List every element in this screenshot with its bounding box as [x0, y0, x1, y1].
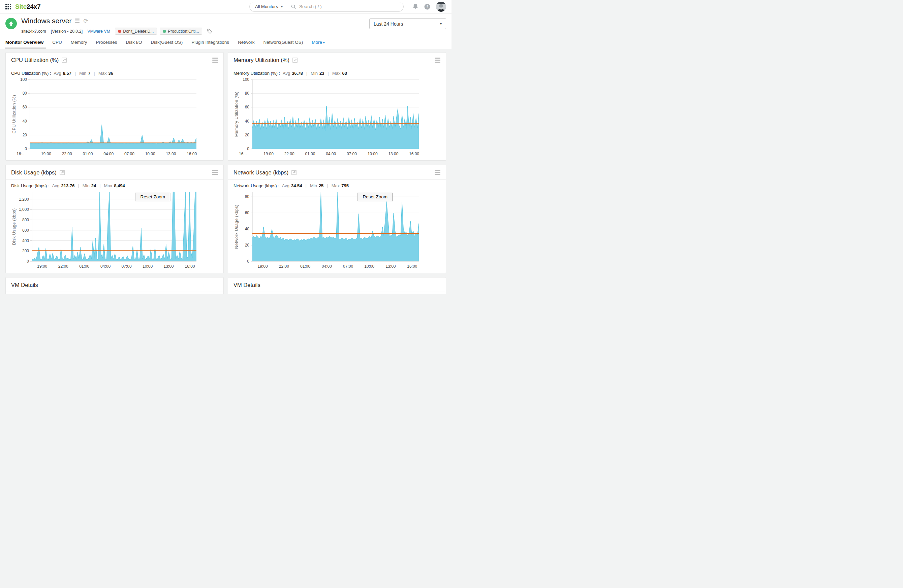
chart-stats: Memory Utilization (%) : Avg36.78 | Min2… — [233, 71, 440, 76]
svg-text:80: 80 — [245, 194, 250, 199]
topbar-icons: ? — [412, 2, 446, 12]
svg-text:10:00: 10:00 — [368, 152, 378, 156]
chart-stats: CPU Utilization (%) : Avg8.57 | Min7 | M… — [11, 71, 218, 76]
svg-text:100: 100 — [20, 77, 27, 82]
tab-monitor-overview[interactable]: Monitor Overview — [5, 40, 44, 49]
divider — [6, 292, 223, 292]
svg-text:?: ? — [426, 5, 429, 9]
svg-text:19:00: 19:00 — [263, 152, 274, 156]
network-usage-plot: 02040608019:0022:0001:0004:0007:0010:001… — [233, 189, 422, 270]
monitor-meta: site24x7.com [Version - 20.0.2] VMware V… — [21, 28, 212, 34]
tag-chip-label: Production:Criti... — [168, 29, 199, 34]
svg-text:0: 0 — [25, 146, 27, 151]
divider — [228, 292, 446, 292]
tag-chip[interactable]: Production:Criti... — [160, 28, 202, 34]
y-axis-title: Network Usage (kbps) — [234, 204, 239, 249]
search-box[interactable] — [287, 4, 403, 9]
svg-text:04:00: 04:00 — [101, 264, 110, 269]
tab-network[interactable]: Network — [238, 40, 255, 49]
svg-text:400: 400 — [22, 238, 29, 243]
cpu-utilization-chart[interactable]: 02040608010016:..19:0022:0001:0004:0007:… — [11, 77, 200, 158]
svg-text:13:00: 13:00 — [164, 264, 174, 269]
site-logo[interactable]: Site24x7 — [15, 3, 41, 11]
memory-utilization-chart[interactable]: 02040608010016:..19:0022:0001:0004:0007:… — [233, 77, 422, 158]
svg-text:40: 40 — [245, 227, 250, 231]
svg-text:07:00: 07:00 — [343, 264, 353, 269]
svg-text:800: 800 — [22, 218, 29, 222]
tag-color-dot — [118, 30, 121, 33]
memory-utilization-plot: 02040608010016:..19:0022:0001:0004:0007:… — [233, 77, 422, 158]
chart-popout-icon[interactable] — [60, 170, 65, 175]
monitor-scope-dropdown[interactable]: All Monitors ▾ — [250, 4, 287, 9]
svg-text:0: 0 — [247, 259, 249, 264]
disk-usage-chart[interactable]: 02004006008001,0001,20019:0022:0001:0004… — [11, 189, 200, 270]
svg-text:1,000: 1,000 — [19, 207, 29, 212]
svg-text:0: 0 — [247, 146, 249, 151]
time-range-select[interactable]: Last 24 Hours ▾ — [369, 18, 446, 29]
tab-processes[interactable]: Processes — [96, 40, 117, 49]
svg-text:01:00: 01:00 — [305, 152, 315, 156]
chart-menu-icon[interactable] — [212, 58, 218, 63]
help-icon[interactable]: ? — [424, 4, 430, 10]
svg-text:60: 60 — [23, 105, 27, 110]
monitor-domain: site24x7.com — [21, 29, 46, 34]
reset-zoom-button[interactable]: Reset Zoom — [135, 193, 170, 201]
monitor-version: [Version - 20.0.2] — [51, 29, 83, 34]
chart-menu-icon[interactable] — [435, 58, 440, 63]
tab-plugin-integrations[interactable]: Plugin Integrations — [191, 40, 229, 49]
title-menu-icon[interactable] — [75, 19, 80, 23]
svg-text:19:00: 19:00 — [37, 264, 47, 269]
tab-disk-i-o[interactable]: Disk I/O — [126, 40, 142, 49]
y-axis-title: Memory Utilization (%) — [234, 92, 239, 137]
chart-popout-icon[interactable] — [62, 58, 67, 63]
svg-text:13:00: 13:00 — [388, 152, 398, 156]
svg-text:22:00: 22:00 — [279, 264, 289, 269]
divider — [228, 67, 446, 67]
vmware-vm-link[interactable]: VMware VM — [87, 29, 110, 34]
divider — [6, 67, 223, 67]
app-grid-icon[interactable] — [5, 4, 11, 9]
network-usage-chart[interactable]: 02040608019:0022:0001:0004:0007:0010:001… — [233, 189, 422, 270]
tag-chip-label: Don't_Delete:D... — [123, 29, 154, 34]
tag-color-dot — [163, 30, 166, 33]
reset-zoom-button[interactable]: Reset Zoom — [357, 193, 393, 201]
svg-text:13:00: 13:00 — [166, 152, 176, 156]
svg-text:600: 600 — [22, 228, 29, 233]
svg-text:16:..: 16:.. — [239, 152, 247, 156]
refresh-icon[interactable]: ⟳ — [83, 18, 88, 24]
tab-network-guest-os[interactable]: Network(Guest OS) — [263, 40, 303, 49]
disk-usage-plot: 02004006008001,0001,20019:0022:0001:0004… — [11, 189, 200, 270]
svg-text:80: 80 — [23, 91, 27, 96]
svg-text:19:00: 19:00 — [41, 152, 51, 156]
chevron-down-icon: ▾ — [322, 41, 325, 44]
svg-text:10:00: 10:00 — [364, 264, 374, 269]
tag-icon[interactable] — [207, 29, 212, 34]
chart-popout-icon[interactable] — [291, 170, 296, 175]
tab-memory[interactable]: Memory — [71, 40, 87, 49]
chart-title: Disk Usage (kbps) — [11, 169, 57, 176]
svg-text:1,200: 1,200 — [19, 197, 29, 202]
svg-text:04:00: 04:00 — [322, 264, 332, 269]
tab-cpu[interactable]: CPU — [52, 40, 62, 49]
network-usage-card: Network Usage (kbps) Network Usage (kbps… — [228, 165, 446, 273]
svg-text:40: 40 — [23, 119, 27, 124]
time-range-value: Last 24 Hours — [374, 21, 403, 27]
tab-disk-guest-os[interactable]: Disk(Guest OS) — [151, 40, 183, 49]
chart-menu-icon[interactable] — [212, 170, 218, 176]
svg-text:07:00: 07:00 — [347, 152, 357, 156]
tag-chip[interactable]: Don't_Delete:D... — [115, 28, 157, 34]
notification-bell-icon[interactable] — [412, 3, 418, 10]
tab-more[interactable]: More ▾ — [311, 40, 325, 49]
chart-menu-icon[interactable] — [435, 170, 440, 176]
search-input[interactable] — [299, 4, 399, 9]
area-series — [30, 125, 197, 149]
chart-popout-icon[interactable] — [293, 58, 297, 63]
svg-text:16:00: 16:00 — [407, 264, 417, 269]
svg-text:07:00: 07:00 — [124, 152, 134, 156]
vm-details-card: VM Details ESX/ESXi Host Name 172.21.112… — [228, 277, 446, 294]
svg-text:20: 20 — [245, 133, 250, 137]
user-avatar[interactable] — [436, 2, 446, 12]
chart-stats: Disk Usage (kbps) : Avg213.76 | Min24 | … — [11, 183, 218, 188]
svg-text:22:00: 22:00 — [62, 152, 72, 156]
monitor-scope-label: All Monitors — [255, 4, 278, 9]
